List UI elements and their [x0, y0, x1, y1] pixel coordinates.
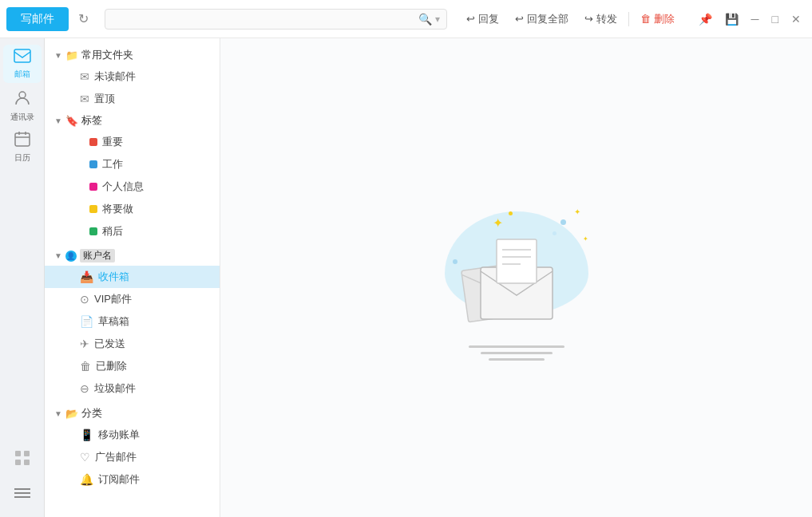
mail-label: 邮箱 — [14, 69, 30, 80]
toolbar-actions: ↩ 回复 ↩ 回复全部 ↪ 转发 🗑 删除 — [460, 9, 681, 30]
sidebar-item-mobile-bill[interactable]: 📱 移动账单 — [45, 424, 220, 446]
svg-rect-15 — [497, 239, 537, 283]
reply-all-icon: ↩ — [515, 13, 524, 25]
line-2 — [481, 352, 553, 354]
sidebar-item-pinned[interactable]: ✉ 置顶 — [45, 88, 220, 110]
tag-icon: 🔖 — [65, 115, 78, 127]
svg-rect-7 — [24, 451, 30, 456]
tag-work-dot — [89, 160, 97, 168]
sparkle-2: ✦ — [574, 207, 580, 216]
tag-work-label: 工作 — [102, 157, 123, 172]
toolbar-divider — [628, 12, 629, 26]
tag-personal-label: 个人信息 — [102, 180, 144, 194]
unread-icon: ✉ — [80, 70, 89, 83]
sidebar-item-drafts[interactable]: 📄 草稿箱 — [45, 310, 220, 333]
svg-rect-0 — [14, 49, 30, 62]
delete-icon: 🗑 — [640, 13, 651, 25]
apps-button[interactable] — [8, 444, 37, 472]
compose-button[interactable]: 写邮件 — [6, 7, 69, 31]
deleted-label: 已删除 — [96, 359, 127, 373]
section-tags-label: 标签 — [81, 113, 102, 128]
sidebar-item-tag-todo[interactable]: 将要做 — [45, 198, 220, 220]
reply-all-label: 回复全部 — [527, 12, 568, 26]
maximize-button[interactable]: □ — [767, 11, 783, 27]
unread-label: 未读邮件 — [94, 69, 136, 84]
tag-todo-dot — [89, 205, 97, 213]
forward-button[interactable]: ↪ 转发 — [578, 9, 624, 30]
sidebar-item-subscriptions[interactable]: 🔔 订阅邮件 — [45, 468, 220, 491]
section-tags[interactable]: ▼ 🔖 标签 — [45, 110, 220, 131]
account-icon: 👤 — [65, 251, 77, 262]
categories-icon: 📂 — [65, 408, 78, 420]
reply-button[interactable]: ↩ 回复 — [460, 9, 505, 30]
spam-icon: ⊖ — [80, 382, 89, 395]
subscriptions-label: 订阅邮件 — [98, 472, 140, 487]
ads-label: 广告邮件 — [95, 450, 137, 464]
inbox-icon: 📥 — [80, 270, 93, 283]
contacts-label: 通讯录 — [10, 112, 34, 123]
sidebar-item-vip[interactable]: ⊙ VIP邮件 — [45, 288, 220, 310]
vip-label: VIP邮件 — [94, 292, 132, 306]
sidebar-item-calendar[interactable]: 日历 — [3, 128, 42, 166]
mail-icon — [14, 49, 31, 67]
sidebar-item-spam[interactable]: ⊖ 垃圾邮件 — [45, 377, 220, 400]
chevron-down-icon: ▼ — [54, 51, 62, 60]
mobile-bill-icon: 📱 — [80, 428, 93, 441]
delete-label: 删除 — [654, 12, 675, 26]
section-common-folders[interactable]: ▼ 📁 常用文件夹 — [45, 45, 220, 65]
sidebar-item-unread[interactable]: ✉ 未读邮件 — [45, 65, 220, 88]
close-button[interactable]: ✕ — [786, 11, 806, 27]
tag-todo-label: 将要做 — [102, 202, 133, 216]
reply-all-button[interactable]: ↩ 回复全部 — [509, 9, 575, 30]
mobile-bill-label: 移动账单 — [98, 428, 140, 442]
tag-personal-dot — [89, 183, 97, 191]
icon-bar: 邮箱 通讯录 日历 — [0, 38, 45, 517]
sidebar-item-tag-personal[interactable]: 个人信息 — [45, 176, 220, 198]
tag-important-label: 重要 — [102, 135, 123, 149]
sidebar-item-contacts[interactable]: 通讯录 — [3, 86, 42, 124]
minimize-button[interactable]: ─ — [747, 11, 764, 27]
refresh-button[interactable]: ↻ — [75, 8, 92, 30]
sidebar-item-tag-work[interactable]: 工作 — [45, 153, 220, 176]
save-button[interactable]: 💾 — [720, 11, 743, 27]
reply-label: 回复 — [478, 12, 499, 26]
section-categories[interactable]: ▼ 📂 分类 — [45, 403, 220, 424]
search-dropdown-icon[interactable]: ▾ — [435, 14, 440, 25]
sidebar-item-mail[interactable]: 邮箱 — [3, 45, 42, 83]
search-bar: 🔍 ▾ — [105, 9, 447, 30]
sidebar-item-sent[interactable]: ✈ 已发送 — [45, 333, 220, 355]
search-icon: 🔍 — [418, 13, 432, 26]
svg-rect-6 — [15, 451, 21, 456]
sent-icon: ✈ — [80, 337, 89, 350]
subscriptions-icon: 🔔 — [80, 473, 93, 486]
svg-point-1 — [19, 92, 26, 98]
dot-4 — [509, 211, 513, 215]
chevron-down-icon-3: ▼ — [54, 251, 62, 260]
pin-button[interactable]: 📌 — [694, 11, 717, 27]
delete-button[interactable]: 🗑 删除 — [634, 9, 681, 30]
tag-important-dot — [89, 138, 97, 146]
main-content: 邮箱 通讯录 日历 — [0, 38, 812, 517]
sidebar-item-tag-later[interactable]: 稍后 — [45, 220, 220, 243]
svg-rect-9 — [24, 460, 30, 465]
section-account[interactable]: ▼ 👤 账户名 — [45, 246, 220, 266]
inbox-label: 收件箱 — [98, 270, 129, 284]
calendar-icon — [14, 131, 30, 151]
pin-icon: ✉ — [80, 93, 89, 105]
forward-icon: ↪ — [584, 13, 593, 25]
window-controls: 📌 💾 ─ □ ✕ — [694, 11, 806, 27]
sidebar-item-tag-important[interactable]: 重要 — [45, 131, 220, 153]
spam-label: 垃圾邮件 — [94, 381, 136, 396]
sidebar: ▼ 📁 常用文件夹 ✉ 未读邮件 ✉ 置顶 ▼ 🔖 标签 重要 工作 个人信息 — [45, 38, 220, 517]
sidebar-item-inbox[interactable]: 📥 收件箱 — [45, 266, 220, 288]
sidebar-item-deleted[interactable]: 🗑 已删除 — [45, 355, 220, 377]
chevron-down-icon-2: ▼ — [54, 116, 62, 125]
envelope-illustration: ✦ ✦ ✦ — [429, 195, 604, 339]
search-input[interactable] — [112, 13, 418, 25]
contacts-icon — [14, 89, 31, 110]
sparkle-3: ✦ — [583, 235, 588, 243]
menu-button[interactable] — [8, 479, 37, 507]
deleted-icon: 🗑 — [80, 360, 91, 373]
ads-icon: ♡ — [80, 451, 90, 464]
sidebar-item-ads[interactable]: ♡ 广告邮件 — [45, 446, 220, 468]
